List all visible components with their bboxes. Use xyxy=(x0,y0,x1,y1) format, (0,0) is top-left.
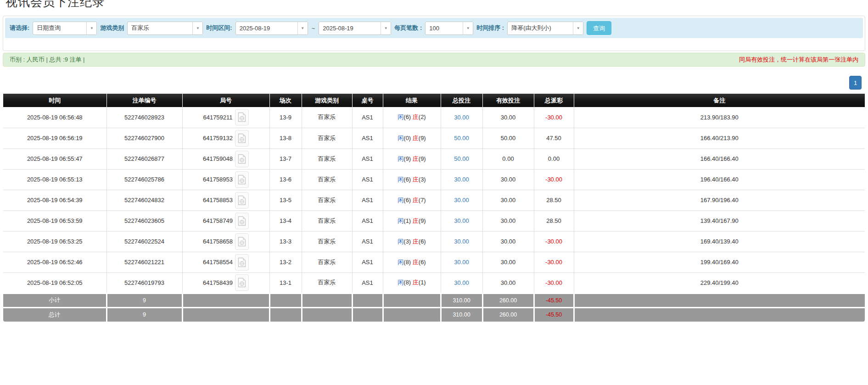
bet-id-cell: 522746023605 xyxy=(106,210,182,231)
bet-id-cell: 522746024832 xyxy=(106,190,182,210)
footer-payout-cell: -45.50 xyxy=(534,307,574,322)
footer-remark-cell xyxy=(574,307,865,322)
round-cell: 641759132 xyxy=(182,128,269,148)
game-type-select[interactable]: 百家乐 ▼ xyxy=(127,22,203,35)
chevron-down-icon: ▼ xyxy=(463,22,473,34)
player-result: 闲 xyxy=(398,259,403,266)
video-replay-icon xyxy=(238,133,246,143)
valid-bet-cell: 30.00 xyxy=(482,252,534,272)
remark-cell: 229.40/199.40 xyxy=(574,272,865,293)
video-replay-button[interactable] xyxy=(235,254,249,271)
valid-bet-cell: 50.00 xyxy=(482,128,534,148)
filter-panel: 请选择: 日期查询 ▼ 游戏类别 百家乐 ▼ 时间区间: 2025-08-19 … xyxy=(3,16,865,51)
total-bet-cell: 30.00 xyxy=(441,252,482,272)
footer-payout-cell: -45.50 xyxy=(534,293,574,307)
total-bet-link[interactable]: 30.00 xyxy=(454,217,469,224)
video-replay-button[interactable] xyxy=(235,130,249,147)
round-cell: 641758658 xyxy=(182,231,269,252)
footer-remark-cell xyxy=(574,293,865,307)
records-table-wrap: 时间注单编号局号场次游戏类别桌号结果总投注有效投注总派彩备注2025-08-19… xyxy=(3,94,865,322)
table-no-cell: AS1 xyxy=(352,148,383,169)
game-type-cell: 百家乐 xyxy=(302,210,352,231)
banker-score: (9) xyxy=(419,217,426,224)
player-score: (9) xyxy=(403,155,411,162)
valid-bet-cell: 30.00 xyxy=(482,210,534,231)
time-sort-select[interactable]: 降幂(由大到小) ▼ xyxy=(507,22,583,35)
total-bet-cell: 50.00 xyxy=(441,148,482,169)
round-cell: 641758554 xyxy=(182,252,269,272)
footer-count-cell: 9 xyxy=(106,293,182,307)
time-cell: 2025-08-19 06:53:25 xyxy=(3,231,106,252)
page-size-select[interactable]: 100 ▼ xyxy=(425,22,473,35)
remark-cell: 213.90/183.90 xyxy=(574,107,865,128)
bet-id-cell: 522746026877 xyxy=(106,148,182,169)
summary-bar: 币别 : 人民币 | 总共 :9 注单 | 同局有效投注，统一计算在该局第一张注… xyxy=(3,53,865,67)
footer-empty-cell xyxy=(383,307,441,322)
payout-cell: -30.00 xyxy=(534,169,574,190)
total-bet-link[interactable]: 30.00 xyxy=(454,238,469,245)
footer-empty-cell xyxy=(182,293,269,307)
remark-cell: 169.40/139.40 xyxy=(574,231,865,252)
video-replay-button[interactable] xyxy=(235,192,249,209)
video-replay-button[interactable] xyxy=(235,151,249,167)
session-cell: 13-3 xyxy=(269,231,302,252)
footer-count-cell: 9 xyxy=(106,307,182,322)
player-score: (8) xyxy=(403,259,411,266)
player-score: (1) xyxy=(403,217,411,224)
footer-valid-bet-cell: 260.00 xyxy=(482,293,534,307)
game-type-label: 游戏类别 xyxy=(100,24,124,32)
remark-cell: 166.40/213.90 xyxy=(574,128,865,148)
valid-bet-cell: 30.00 xyxy=(482,272,534,293)
column-header-8: 有效投注 xyxy=(482,94,534,107)
banker-score: (2) xyxy=(419,113,426,120)
video-replay-button[interactable] xyxy=(235,213,249,229)
banker-result: 庄 xyxy=(413,135,419,142)
video-replay-button[interactable] xyxy=(235,109,249,125)
total-bet-link[interactable]: 30.00 xyxy=(454,197,469,204)
player-result: 闲 xyxy=(398,155,403,162)
table-row: 2025-08-19 06:55:47522746026877641759048… xyxy=(3,148,865,169)
round-id: 641758554 xyxy=(203,259,233,266)
round-cell: 641759211 xyxy=(182,107,269,128)
total-bet-link[interactable]: 50.00 xyxy=(454,155,469,162)
game-type-cell: 百家乐 xyxy=(302,190,352,210)
round-id: 641758439 xyxy=(203,279,233,286)
total-bet-link[interactable]: 30.00 xyxy=(454,114,469,121)
query-type-select[interactable]: 日期查询 ▼ xyxy=(33,22,97,35)
game-type-cell: 百家乐 xyxy=(302,169,352,190)
total-bet-cell: 30.00 xyxy=(441,107,482,128)
banker-result: 庄 xyxy=(413,238,419,245)
banker-result: 庄 xyxy=(413,259,419,266)
remark-cell: 167.90/196.40 xyxy=(574,190,865,210)
footer-total-bet-cell: 310.00 xyxy=(441,293,482,307)
table-no-cell: AS1 xyxy=(352,190,383,210)
search-button[interactable]: 查询 xyxy=(587,21,611,35)
table-no-cell: AS1 xyxy=(352,210,383,231)
video-replay-button[interactable] xyxy=(235,233,249,250)
total-bet-link[interactable]: 30.00 xyxy=(454,259,469,266)
date-to-select[interactable]: 2025-08-19 ▼ xyxy=(319,22,391,35)
bet-id-cell: 522746025786 xyxy=(106,169,182,190)
column-header-7: 总投注 xyxy=(441,94,482,107)
video-replay-button[interactable] xyxy=(235,274,249,291)
pagination: 1 xyxy=(0,76,862,90)
table-row: 2025-08-19 06:53:25522746022524641758658… xyxy=(3,231,865,252)
video-replay-icon xyxy=(238,237,246,247)
column-header-1: 注单编号 xyxy=(106,94,182,107)
footer-valid-bet-cell: 260.00 xyxy=(482,307,534,322)
video-replay-button[interactable] xyxy=(235,171,249,188)
total-bet-link[interactable]: 50.00 xyxy=(454,135,469,142)
column-header-6: 结果 xyxy=(383,94,441,107)
page-1-button[interactable]: 1 xyxy=(849,76,862,90)
time-cell: 2025-08-19 06:55:47 xyxy=(3,148,106,169)
footer-empty-cell xyxy=(302,293,352,307)
total-bet-link[interactable]: 30.00 xyxy=(454,176,469,183)
page-size-value: 100 xyxy=(426,25,463,32)
total-bet-link[interactable]: 30.00 xyxy=(454,279,469,286)
game-type-cell: 百家乐 xyxy=(302,231,352,252)
column-header-4: 游戏类别 xyxy=(302,94,352,107)
time-cell: 2025-08-19 06:52:05 xyxy=(3,272,106,293)
date-from-select[interactable]: 2025-08-19 ▼ xyxy=(235,22,308,35)
payout-cell: -30.00 xyxy=(534,231,574,252)
table-row: 2025-08-19 06:56:48522746028923641759211… xyxy=(3,107,865,128)
